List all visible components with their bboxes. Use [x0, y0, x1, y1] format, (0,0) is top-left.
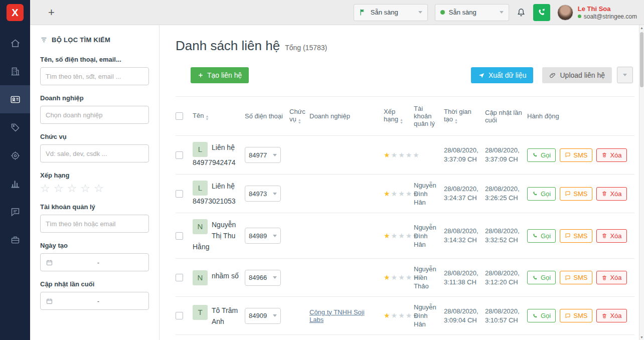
sidebar-item-chat[interactable]: [0, 198, 30, 226]
filter-panel-title-row: BỘ LỌC TÌM KIẾM: [40, 36, 149, 44]
export-data-button[interactable]: Xuất dữ liệu: [471, 67, 534, 83]
sms-contact-button[interactable]: SMS: [560, 271, 592, 284]
notifications-button[interactable]: [516, 8, 526, 18]
select-all-checkbox[interactable]: [176, 112, 183, 120]
rating-cell[interactable]: ★★★★★: [384, 274, 414, 281]
call-button[interactable]: [533, 4, 550, 21]
topbar: + Sẵn sàng Sẵn sàng Le Thi Soa soalt@str…: [30, 0, 644, 25]
delete-contact-button[interactable]: Xóa: [596, 271, 626, 284]
rating-stars: ★★★★★: [384, 312, 403, 319]
create-contact-button[interactable]: Tạo liên hệ: [191, 67, 249, 83]
scroll-down-icon[interactable]: ▼: [639, 335, 644, 339]
updated-cell: 28/08/2020, 3:37:09 CH: [485, 146, 527, 164]
upload-contacts-button[interactable]: Upload liên hệ: [542, 67, 612, 83]
filter-account-input[interactable]: [40, 215, 149, 233]
call-contact-button[interactable]: Gọi: [527, 229, 556, 243]
rating-stars: ★★★★★: [384, 151, 403, 159]
call-contact-button[interactable]: Gọi: [527, 187, 556, 201]
sms-contact-button[interactable]: SMS: [560, 187, 592, 201]
rating-cell[interactable]: ★★★★★: [384, 190, 414, 198]
queue-status-dropdown[interactable]: Sẵn sàng: [354, 4, 428, 21]
call-contact-button[interactable]: Gọi: [527, 309, 556, 322]
filter-star-icon[interactable]: ☆: [40, 183, 50, 194]
building-icon: [10, 66, 21, 77]
delete-contact-button[interactable]: Xóa: [596, 187, 626, 201]
table-row: NNguyễn Văn Quang 84963 ★★★★★ Nguyễn Hiề…: [176, 335, 634, 340]
sms-contact-button[interactable]: SMS: [560, 148, 592, 162]
vertical-scrollbar[interactable]: ▲ ▼: [639, 25, 644, 340]
sidebar-item-reports[interactable]: [0, 169, 30, 198]
filter-created-date-input[interactable]: -: [40, 253, 149, 271]
sidebar-nav: [0, 29, 30, 254]
row-checkbox[interactable]: [176, 274, 183, 281]
sidebar-item-tags[interactable]: [0, 113, 30, 141]
delete-contact-button[interactable]: Xóa: [596, 309, 626, 322]
sort-icon[interactable]: ▲▼: [298, 118, 301, 124]
user-name: Le Thi Soa: [578, 5, 637, 13]
row-checkbox[interactable]: [176, 232, 183, 240]
header-rating[interactable]: Xếp hạng▲▼: [384, 108, 414, 124]
sort-icon[interactable]: ▲▼: [454, 118, 458, 124]
filter-position-label: Chức vụ: [40, 133, 149, 140]
filter-name-input[interactable]: [40, 67, 149, 85]
sms-contact-button[interactable]: SMS: [560, 309, 592, 322]
filter-updated-date-input[interactable]: -: [40, 292, 149, 310]
phone-number-select[interactable]: 84973: [245, 186, 281, 202]
company-link[interactable]: Công ty TNHH Soji Labs: [309, 308, 365, 323]
created-cell: 28/08/2020, 3:24:37 CH: [444, 185, 485, 203]
phone-number-select[interactable]: 84966: [245, 270, 281, 286]
contact-name-cell[interactable]: LLiên hệ 84973021053: [193, 181, 245, 207]
user-menu[interactable]: Le Thi Soa soalt@stringee.com: [557, 5, 637, 21]
contact-name-cell[interactable]: LLiên hệ 84977942474: [193, 142, 245, 168]
call-contact-button[interactable]: Gọi: [527, 271, 556, 284]
more-actions-button[interactable]: [617, 67, 633, 83]
chat-icon: [10, 207, 21, 217]
user-info: Le Thi Soa soalt@stringee.com: [578, 5, 637, 20]
filter-star-icon[interactable]: ☆: [67, 183, 77, 194]
rating-cell[interactable]: ★★★★★: [384, 232, 414, 240]
actions-row: Tạo liên hệ Xuất dữ liệu Upload liên hệ: [176, 67, 633, 83]
row-checkbox[interactable]: [176, 312, 183, 319]
sidebar-item-contacts[interactable]: [0, 85, 30, 113]
sidebar-item-home[interactable]: [0, 29, 30, 57]
contact-name-cell[interactable]: TTô Trâm Anh: [193, 305, 245, 327]
account-cell: Nguyễn Đình Hân: [414, 223, 444, 249]
header-created[interactable]: Thời gian tạo▲▼: [444, 108, 485, 124]
sort-icon[interactable]: ▲▼: [205, 115, 209, 121]
table-row: Nnhầm số 84966 ★★★★★ Nguyễn Hiền Thảo 28…: [176, 259, 634, 297]
delete-contact-button[interactable]: Xóa: [596, 229, 626, 243]
app-logo[interactable]: X: [0, 0, 30, 25]
filter-company-input[interactable]: [40, 106, 149, 124]
filter-star-icon[interactable]: ☆: [80, 183, 90, 194]
row-checkbox[interactable]: [176, 151, 183, 159]
contact-name-cell[interactable]: Nnhầm số: [193, 270, 245, 285]
scroll-up-icon[interactable]: ▲: [639, 26, 644, 30]
row-checkbox[interactable]: [176, 190, 183, 198]
delete-contact-button[interactable]: Xóa: [596, 148, 626, 162]
sidebar-item-company[interactable]: [0, 57, 30, 85]
created-cell: 28/08/2020, 3:37:09 CH: [444, 146, 485, 164]
phone-number-select[interactable]: 84989: [245, 228, 281, 244]
contact-name-cell[interactable]: NNguyễn Thị Thu Hằng: [193, 219, 245, 252]
filter-rating-stars: ☆☆☆☆☆: [40, 183, 149, 194]
rating-cell[interactable]: ★★★★★: [384, 312, 414, 319]
created-cell: 28/08/2020, 3:14:32 CH: [444, 227, 485, 245]
scrollbar-thumb[interactable]: [640, 32, 643, 87]
header-position[interactable]: Chức vụ▲▼: [289, 108, 309, 124]
filter-position-input[interactable]: [40, 144, 149, 162]
filter-star-icon[interactable]: ☆: [94, 183, 104, 194]
filter-star-icon[interactable]: ☆: [54, 183, 64, 194]
created-cell: 28/08/2020, 3:11:38 CH: [444, 269, 485, 287]
rating-cell[interactable]: ★★★★★: [384, 151, 414, 159]
sort-icon[interactable]: ▲▼: [400, 118, 403, 124]
sms-contact-button[interactable]: SMS: [560, 229, 592, 243]
header-name[interactable]: Tên▲▼: [193, 112, 245, 121]
sidebar-item-products[interactable]: [0, 226, 30, 254]
phone-number-select[interactable]: 84977: [245, 147, 281, 163]
phone-number-select[interactable]: 84909: [245, 308, 281, 324]
agent-status-dropdown[interactable]: Sẵn sàng: [435, 4, 509, 21]
new-tab-button[interactable]: +: [44, 6, 59, 19]
call-contact-button[interactable]: Gọi: [527, 148, 556, 162]
sidebar-item-settings[interactable]: [0, 141, 30, 169]
bell-icon: [516, 8, 526, 18]
